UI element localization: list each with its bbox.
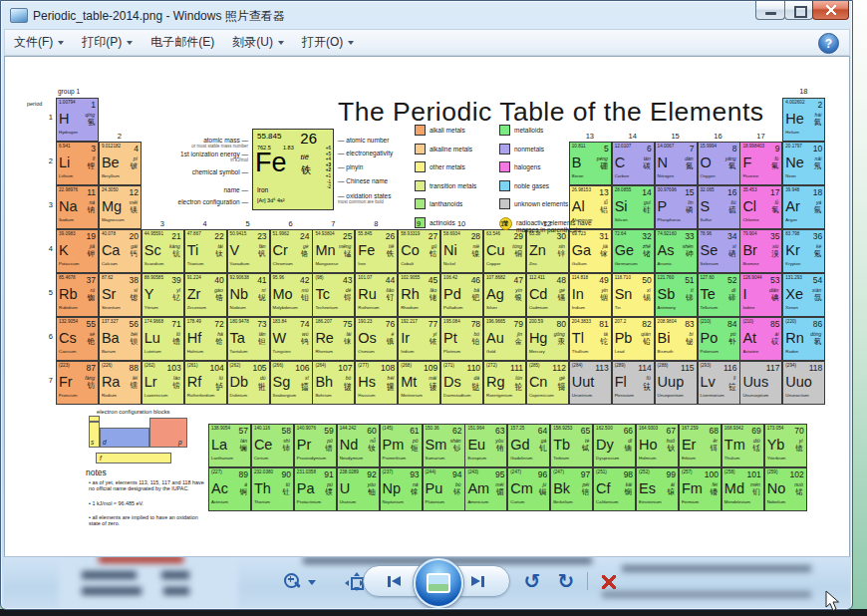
chinese-name: 镎 [411,487,419,497]
atomic-mass: 208.9804 [658,319,677,324]
atomic-mass: (247) [553,469,564,474]
chemical-symbol: Sb [658,286,676,302]
play-slideshow-button[interactable] [414,558,463,608]
element-se: 78.9634Sexī硒Selenium [698,229,740,273]
chinese-name: 氪 [814,249,822,259]
next-button[interactable] [465,574,491,588]
atomic-mass: (293) [701,363,712,368]
chemical-symbol: Tc [315,286,330,302]
element-sc: 44.9559121Sckàng钪Scandium [142,229,184,273]
atomic-mass: (98) [315,275,323,280]
chemical-symbol: Bk [553,480,570,496]
atomic-number: 27 [429,231,437,241]
element-ca: 40.07820Cagài钙Calcium [99,229,142,273]
atomic-number: 90 [281,469,290,479]
atomic-number: 46 [471,275,480,285]
element-name: Rutherfordium [187,393,215,398]
atomic-mass: (268) [401,363,412,368]
atomic-number: 4 [134,144,139,154]
atomic-mass: 79.904 [742,231,756,236]
element-gd: 157.2564Gdgá钆Gadolinium [507,424,550,467]
legend-other: other metals [415,161,507,172]
atomic-number: 93 [410,469,419,479]
element-name: Thulium [724,456,740,461]
element-f: 18.9984039Ffú氟Fluorine [739,142,782,185]
atomic-number: 48 [556,275,565,285]
atomic-mass: (288) [658,363,669,368]
legend-label: lanthanoids [430,198,507,207]
atomic-mass: 1.00794 [59,100,76,105]
element-tb: 158.925365Tbtè铽Terbium [550,424,593,467]
atomic-mass: 40.078 [102,231,116,236]
chemical-symbol: Pu [426,480,443,496]
chemical-symbol: V [230,242,240,258]
rotate-clockwise-button[interactable]: ↻ [552,567,580,595]
element-name: Fermium [682,499,699,504]
element-name: Ununtrium [572,393,592,398]
element-name: Holmium [639,456,656,461]
previous-button[interactable] [381,574,407,588]
chinese-name: 铍 [130,161,138,171]
zoom-dropdown[interactable] [306,577,318,587]
chemical-symbol: Fe [358,242,375,258]
key-label-text: — Chinese name [338,177,388,184]
atomic-number: 10 [813,144,822,154]
chinese-name: 钔 [752,487,760,497]
chinese-name: 钒 [258,249,266,259]
atomic-number: 39 [171,275,180,285]
chinese-name: 铁 [387,249,395,259]
delete-button[interactable] [598,572,620,592]
element-name: Phosphorus [658,217,681,222]
element-name: Oxygen [701,173,716,178]
screen: Periodic_table-2014.png - Windows 照片查看器 … [0,0,867,616]
magnifier-icon [283,572,301,590]
element-uut: (284)113UutUnuntrium [569,361,612,405]
atomic-number: 78 [471,319,480,329]
chinese-name: 锰 [344,249,352,259]
chemical-symbol: Rg [486,374,505,390]
atomic-number: 107 [338,363,352,373]
element-name: Hafnium [187,349,203,354]
atomic-mass: 18.998403 [742,144,764,149]
atomic-mass: 112.411 [529,275,545,280]
zoom-button[interactable] [281,570,303,592]
atomic-number: 57 [239,426,248,436]
toolbar-controls: ↺ ↻ [4,557,850,608]
element-uuo: (294)118UuoUnunoctium [782,361,825,405]
element-cf: (251)98Cfkāi锎Californium [593,467,636,511]
chinese-name: 氧 [728,161,736,171]
rotate-counterclockwise-button[interactable]: ↺ [518,567,546,595]
atomic-mass: 114.818 [572,275,588,280]
chemical-symbol: Ac [211,480,228,496]
chinese-name: 𬭶 [387,381,395,392]
element-name: Meitnerium [401,393,423,398]
periodic-table-image: The Periodic Table of the Elements group… [1,1,854,556]
element-i: 126.904453Idiǎn碘Iodine [739,273,782,317]
atomic-number: 118 [809,363,823,373]
period-word-label: period [27,101,42,107]
element-fr: (223)87Frfāng钫Francium [56,361,99,405]
atomic-mass: 14.0067 [658,144,675,149]
chinese-name: 钡 [130,337,138,347]
atomic-mass: 102.9055 [401,275,420,280]
chemical-symbol: Re [315,330,334,346]
chemical-symbol: Ru [358,286,377,302]
chinese-name: 𫟷 [728,381,736,392]
element-name: Strontium [102,305,121,310]
atomic-mass: 58.6934 [443,231,460,236]
atomic-number: 9 [775,144,780,154]
chemical-symbol: S [701,198,711,214]
chinese-name: 𫓧 [643,381,651,392]
element-name: Actinium [211,499,228,504]
chemical-symbol: Bh [315,374,333,390]
chinese-name: 钽 [258,337,266,347]
atomic-mass: 58.93319 [401,231,420,236]
atomic-number: 98 [624,469,633,479]
element-tc: (98)43Tcdé锝Technetium [312,273,355,317]
element-name: Erbium [682,456,696,461]
element-he: 4.0026022Hehài氦Helium [782,98,825,142]
note-bullet-3: • all elements are implied to have an ox… [89,514,210,527]
atomic-mass: 95.96 [273,275,285,280]
element-sn: 118.71050Snxī锡Tin [612,273,655,317]
element-name: Tellurium [701,305,719,310]
